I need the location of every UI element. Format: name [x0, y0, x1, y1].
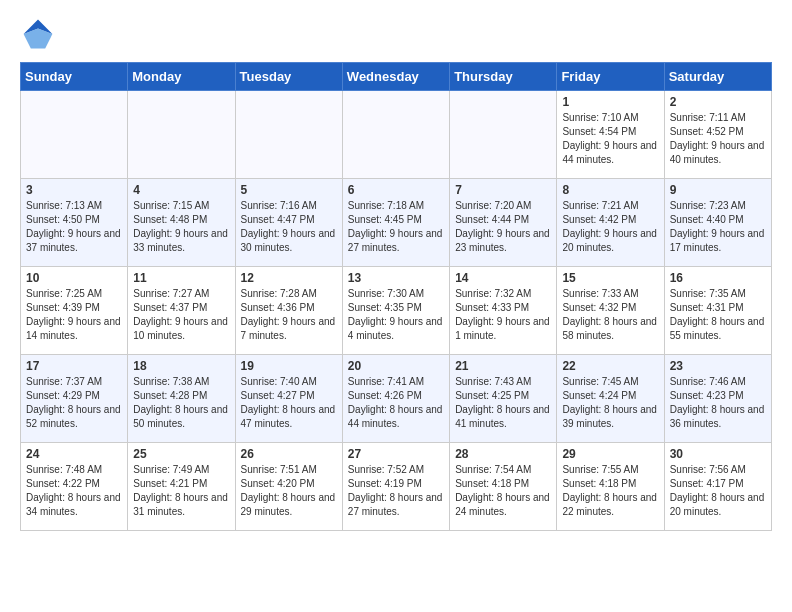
day-info: Sunrise: 7:56 AMSunset: 4:17 PMDaylight:… [670, 464, 765, 517]
day-number: 18 [133, 359, 229, 373]
day-cell: 10Sunrise: 7:25 AMSunset: 4:39 PMDayligh… [21, 267, 128, 355]
day-number: 2 [670, 95, 766, 109]
day-info: Sunrise: 7:13 AMSunset: 4:50 PMDaylight:… [26, 200, 121, 253]
day-number: 22 [562, 359, 658, 373]
day-info: Sunrise: 7:48 AMSunset: 4:22 PMDaylight:… [26, 464, 121, 517]
weekday-header-saturday: Saturday [664, 63, 771, 91]
logo-icon [20, 16, 56, 52]
day-cell: 26Sunrise: 7:51 AMSunset: 4:20 PMDayligh… [235, 443, 342, 531]
day-info: Sunrise: 7:41 AMSunset: 4:26 PMDaylight:… [348, 376, 443, 429]
day-cell: 2Sunrise: 7:11 AMSunset: 4:52 PMDaylight… [664, 91, 771, 179]
day-cell: 13Sunrise: 7:30 AMSunset: 4:35 PMDayligh… [342, 267, 449, 355]
day-number: 3 [26, 183, 122, 197]
day-cell: 27Sunrise: 7:52 AMSunset: 4:19 PMDayligh… [342, 443, 449, 531]
day-number: 23 [670, 359, 766, 373]
header [20, 16, 772, 52]
day-cell: 11Sunrise: 7:27 AMSunset: 4:37 PMDayligh… [128, 267, 235, 355]
day-info: Sunrise: 7:20 AMSunset: 4:44 PMDaylight:… [455, 200, 550, 253]
week-row-3: 10Sunrise: 7:25 AMSunset: 4:39 PMDayligh… [21, 267, 772, 355]
day-cell: 18Sunrise: 7:38 AMSunset: 4:28 PMDayligh… [128, 355, 235, 443]
day-cell: 17Sunrise: 7:37 AMSunset: 4:29 PMDayligh… [21, 355, 128, 443]
day-info: Sunrise: 7:33 AMSunset: 4:32 PMDaylight:… [562, 288, 657, 341]
day-number: 10 [26, 271, 122, 285]
day-cell: 30Sunrise: 7:56 AMSunset: 4:17 PMDayligh… [664, 443, 771, 531]
day-info: Sunrise: 7:28 AMSunset: 4:36 PMDaylight:… [241, 288, 336, 341]
calendar-table: SundayMondayTuesdayWednesdayThursdayFrid… [20, 62, 772, 531]
weekday-header-row: SundayMondayTuesdayWednesdayThursdayFrid… [21, 63, 772, 91]
day-number: 26 [241, 447, 337, 461]
day-cell: 20Sunrise: 7:41 AMSunset: 4:26 PMDayligh… [342, 355, 449, 443]
day-cell [235, 91, 342, 179]
week-row-5: 24Sunrise: 7:48 AMSunset: 4:22 PMDayligh… [21, 443, 772, 531]
day-number: 16 [670, 271, 766, 285]
day-number: 24 [26, 447, 122, 461]
day-number: 13 [348, 271, 444, 285]
day-info: Sunrise: 7:10 AMSunset: 4:54 PMDaylight:… [562, 112, 657, 165]
day-info: Sunrise: 7:11 AMSunset: 4:52 PMDaylight:… [670, 112, 765, 165]
weekday-header-wednesday: Wednesday [342, 63, 449, 91]
day-info: Sunrise: 7:27 AMSunset: 4:37 PMDaylight:… [133, 288, 228, 341]
day-number: 29 [562, 447, 658, 461]
day-cell: 9Sunrise: 7:23 AMSunset: 4:40 PMDaylight… [664, 179, 771, 267]
day-number: 14 [455, 271, 551, 285]
day-info: Sunrise: 7:23 AMSunset: 4:40 PMDaylight:… [670, 200, 765, 253]
day-info: Sunrise: 7:30 AMSunset: 4:35 PMDaylight:… [348, 288, 443, 341]
day-number: 9 [670, 183, 766, 197]
page: SundayMondayTuesdayWednesdayThursdayFrid… [0, 0, 792, 547]
day-number: 7 [455, 183, 551, 197]
day-info: Sunrise: 7:40 AMSunset: 4:27 PMDaylight:… [241, 376, 336, 429]
day-info: Sunrise: 7:49 AMSunset: 4:21 PMDaylight:… [133, 464, 228, 517]
day-number: 11 [133, 271, 229, 285]
week-row-1: 1Sunrise: 7:10 AMSunset: 4:54 PMDaylight… [21, 91, 772, 179]
week-row-4: 17Sunrise: 7:37 AMSunset: 4:29 PMDayligh… [21, 355, 772, 443]
day-number: 19 [241, 359, 337, 373]
day-info: Sunrise: 7:38 AMSunset: 4:28 PMDaylight:… [133, 376, 228, 429]
day-cell: 22Sunrise: 7:45 AMSunset: 4:24 PMDayligh… [557, 355, 664, 443]
day-number: 30 [670, 447, 766, 461]
day-cell: 3Sunrise: 7:13 AMSunset: 4:50 PMDaylight… [21, 179, 128, 267]
day-info: Sunrise: 7:15 AMSunset: 4:48 PMDaylight:… [133, 200, 228, 253]
day-info: Sunrise: 7:16 AMSunset: 4:47 PMDaylight:… [241, 200, 336, 253]
day-cell: 12Sunrise: 7:28 AMSunset: 4:36 PMDayligh… [235, 267, 342, 355]
day-cell: 8Sunrise: 7:21 AMSunset: 4:42 PMDaylight… [557, 179, 664, 267]
day-cell: 28Sunrise: 7:54 AMSunset: 4:18 PMDayligh… [450, 443, 557, 531]
day-info: Sunrise: 7:55 AMSunset: 4:18 PMDaylight:… [562, 464, 657, 517]
day-number: 5 [241, 183, 337, 197]
day-number: 4 [133, 183, 229, 197]
day-number: 15 [562, 271, 658, 285]
day-number: 6 [348, 183, 444, 197]
day-cell: 23Sunrise: 7:46 AMSunset: 4:23 PMDayligh… [664, 355, 771, 443]
weekday-header-tuesday: Tuesday [235, 63, 342, 91]
day-info: Sunrise: 7:46 AMSunset: 4:23 PMDaylight:… [670, 376, 765, 429]
day-cell: 4Sunrise: 7:15 AMSunset: 4:48 PMDaylight… [128, 179, 235, 267]
day-cell: 5Sunrise: 7:16 AMSunset: 4:47 PMDaylight… [235, 179, 342, 267]
day-cell [450, 91, 557, 179]
day-cell: 24Sunrise: 7:48 AMSunset: 4:22 PMDayligh… [21, 443, 128, 531]
day-info: Sunrise: 7:25 AMSunset: 4:39 PMDaylight:… [26, 288, 121, 341]
day-cell: 16Sunrise: 7:35 AMSunset: 4:31 PMDayligh… [664, 267, 771, 355]
weekday-header-friday: Friday [557, 63, 664, 91]
day-cell: 29Sunrise: 7:55 AMSunset: 4:18 PMDayligh… [557, 443, 664, 531]
day-info: Sunrise: 7:45 AMSunset: 4:24 PMDaylight:… [562, 376, 657, 429]
logo [20, 16, 60, 52]
day-info: Sunrise: 7:18 AMSunset: 4:45 PMDaylight:… [348, 200, 443, 253]
day-cell: 14Sunrise: 7:32 AMSunset: 4:33 PMDayligh… [450, 267, 557, 355]
day-number: 8 [562, 183, 658, 197]
day-cell: 21Sunrise: 7:43 AMSunset: 4:25 PMDayligh… [450, 355, 557, 443]
week-row-2: 3Sunrise: 7:13 AMSunset: 4:50 PMDaylight… [21, 179, 772, 267]
day-number: 21 [455, 359, 551, 373]
day-number: 17 [26, 359, 122, 373]
day-info: Sunrise: 7:43 AMSunset: 4:25 PMDaylight:… [455, 376, 550, 429]
day-info: Sunrise: 7:35 AMSunset: 4:31 PMDaylight:… [670, 288, 765, 341]
day-info: Sunrise: 7:37 AMSunset: 4:29 PMDaylight:… [26, 376, 121, 429]
day-cell [342, 91, 449, 179]
day-cell [128, 91, 235, 179]
day-number: 1 [562, 95, 658, 109]
day-cell: 1Sunrise: 7:10 AMSunset: 4:54 PMDaylight… [557, 91, 664, 179]
weekday-header-thursday: Thursday [450, 63, 557, 91]
day-number: 12 [241, 271, 337, 285]
day-info: Sunrise: 7:52 AMSunset: 4:19 PMDaylight:… [348, 464, 443, 517]
day-info: Sunrise: 7:51 AMSunset: 4:20 PMDaylight:… [241, 464, 336, 517]
day-number: 27 [348, 447, 444, 461]
day-info: Sunrise: 7:54 AMSunset: 4:18 PMDaylight:… [455, 464, 550, 517]
